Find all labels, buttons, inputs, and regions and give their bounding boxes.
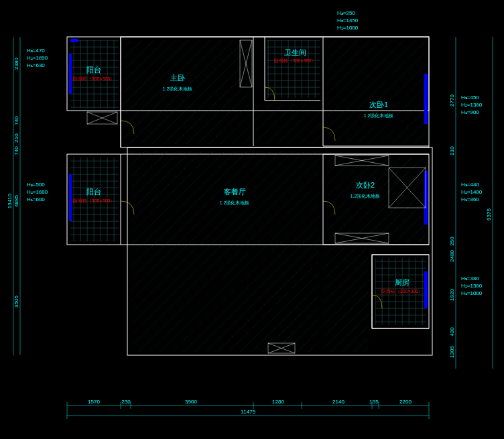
svg-text:1280: 1280 <box>272 399 284 405</box>
svg-text:2480: 2480 <box>449 250 455 262</box>
bed2-fill <box>327 157 426 242</box>
svg-text:H₁=860: H₁=860 <box>461 196 479 202</box>
svg-text:9375: 9375 <box>486 208 492 221</box>
svg-text:3505: 3505 <box>13 296 19 308</box>
svg-text:740: 740 <box>13 146 19 155</box>
master-fill <box>125 40 251 144</box>
svg-text:H₁=1000: H₁=1000 <box>337 25 359 31</box>
kitchen-note: 防滑砖（300×300） <box>381 289 423 294</box>
svg-text:230: 230 <box>121 399 131 405</box>
bed1-floor: 1.2强化木地板 <box>364 113 394 118</box>
svg-text:155: 155 <box>369 399 379 405</box>
h-right1: H₃=450 H₂=1360 H₁=900 <box>461 95 483 115</box>
dim-left: 13410 2380 740 210 740 4885 3505 <box>7 37 20 355</box>
svg-text:2770: 2770 <box>449 95 455 107</box>
svg-text:740: 740 <box>13 116 19 125</box>
kitchen-label: 厨房 <box>395 278 410 286</box>
svg-text:2140: 2140 <box>332 399 344 405</box>
svg-text:250: 250 <box>449 237 455 246</box>
h-right3: H₃=380 H₂=1360 H₁=1000 <box>461 275 483 296</box>
h-top: H₃=250 H₂=1450 H₁=1000 <box>337 10 359 31</box>
svg-text:13410: 13410 <box>7 193 13 208</box>
svg-text:11475: 11475 <box>241 409 256 415</box>
living-label: 客餐厅 <box>224 188 246 196</box>
master-floor: 1.2强化木地板 <box>163 86 193 91</box>
svg-text:H₂=1690: H₂=1690 <box>27 55 48 61</box>
svg-text:H₃=450: H₃=450 <box>461 95 479 101</box>
svg-text:H₃=380: H₃=380 <box>461 275 479 281</box>
accent-win4 <box>424 74 428 124</box>
svg-text:H₁=630: H₁=630 <box>27 62 45 68</box>
svg-text:H₃=440: H₃=440 <box>461 182 479 188</box>
svg-text:H₁=600: H₁=600 <box>27 196 45 202</box>
bed1-fill <box>327 40 426 143</box>
h-left-bot: H₃=500 H₂=1680 H₁=600 <box>27 182 48 202</box>
svg-text:4885: 4885 <box>13 195 19 207</box>
svg-text:1920: 1920 <box>449 289 455 301</box>
svg-text:2200: 2200 <box>399 399 412 405</box>
bed1-label: 次卧1 <box>369 101 388 109</box>
svg-text:H₃=500: H₃=500 <box>27 182 45 188</box>
bed2-floor: 1.2强化木地板 <box>351 194 381 198</box>
living-fill <box>131 151 319 352</box>
svg-text:H₁=1000: H₁=1000 <box>461 290 483 296</box>
dim-right: 2770 210 250 2480 1920 430 1305 9375 <box>449 37 493 369</box>
accent-win3 <box>69 174 72 221</box>
svg-text:H₂=1360: H₂=1360 <box>461 283 483 289</box>
living-ext <box>323 248 369 352</box>
svg-text:1570: 1570 <box>88 399 100 405</box>
living-floor: 1.2强化木地板 <box>220 200 250 205</box>
accent-win5 <box>424 171 428 225</box>
balcony2-note: 防滑砖（300×300） <box>73 198 115 204</box>
svg-text:H₃=470: H₃=470 <box>27 48 45 54</box>
svg-text:H₂=1360: H₂=1360 <box>461 102 483 108</box>
bed2-label: 次卧2 <box>356 181 375 189</box>
svg-text:H₁=900: H₁=900 <box>461 109 479 115</box>
accent-win1 <box>70 39 78 42</box>
balcony1-fill <box>70 40 119 109</box>
svg-text:2380: 2380 <box>13 58 19 70</box>
svg-text:1305: 1305 <box>449 346 455 358</box>
svg-text:3900: 3900 <box>185 399 197 405</box>
bath-label: 卫生间 <box>284 48 306 56</box>
h-left-top: H₃=470 H₂=1690 H₁=630 <box>27 48 48 68</box>
balcony1-label: 阳台 <box>86 66 101 74</box>
balcony2-label: 阳台 <box>86 188 101 196</box>
h-right2: H₃=440 H₂=1400 H₁=860 <box>461 182 483 202</box>
accent-win6 <box>424 271 428 308</box>
balcony1-note: 防滑砖（300×300） <box>73 76 115 82</box>
bath-note: 防滑砖（300×300） <box>274 58 316 64</box>
svg-text:430: 430 <box>449 327 455 336</box>
svg-text:H₂=1400: H₂=1400 <box>461 189 483 195</box>
master-label: 主卧 <box>170 74 185 82</box>
dim-bottom: 1570 230 3900 1280 2140 155 2200 11475 <box>67 399 429 419</box>
svg-text:210: 210 <box>13 133 19 143</box>
svg-text:210: 210 <box>449 146 455 155</box>
svg-text:H₂=1680: H₂=1680 <box>27 189 48 195</box>
svg-text:H₂=1450: H₂=1450 <box>337 17 359 23</box>
corr-fill <box>255 104 320 144</box>
svg-text:H₃=250: H₃=250 <box>337 10 355 16</box>
accent-win2 <box>69 54 72 94</box>
